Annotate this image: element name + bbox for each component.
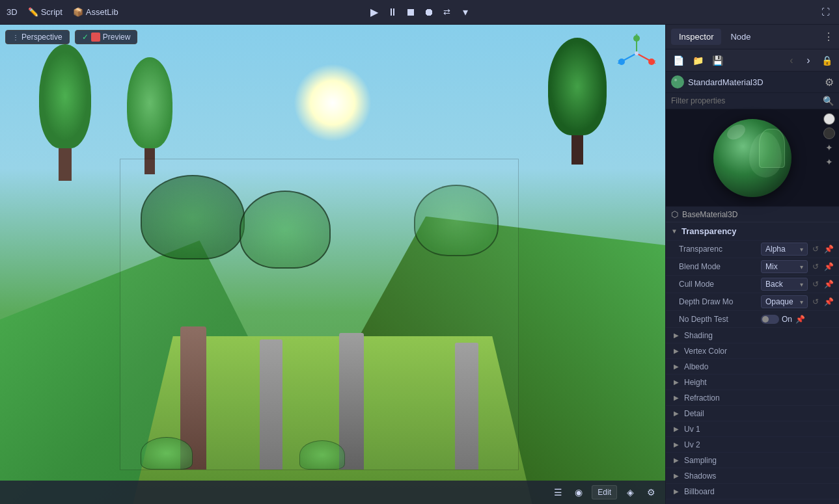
- fullscreen-button[interactable]: ⛶: [818, 5, 832, 20]
- blend-pin[interactable]: 📌: [823, 261, 834, 272]
- preview-label: Preview: [103, 33, 131, 42]
- section-uv1[interactable]: ▶ Uv 1: [666, 421, 839, 436]
- vertex-color-arrow: ▶: [674, 347, 681, 354]
- section-uv2[interactable]: ▶ Uv 2: [666, 436, 839, 452]
- preview-button[interactable]: ✓ Preview: [75, 30, 138, 44]
- billboard-arrow: ▶: [674, 488, 681, 495]
- assetlib-label: AssetLib: [86, 7, 118, 17]
- section-refraction[interactable]: ▶ Refraction: [666, 390, 839, 405]
- blend-reset[interactable]: ↺: [810, 261, 821, 272]
- base-material-row: ⬡ BaseMaterial3D: [666, 207, 839, 222]
- perspective-button[interactable]: ⋮ Perspective: [5, 30, 70, 44]
- tab-node[interactable]: Node: [722, 29, 758, 45]
- new-file-button[interactable]: 📄: [670, 52, 687, 69]
- viewport-icon-btn-4[interactable]: ⚙: [643, 484, 659, 500]
- sun: [294, 64, 372, 142]
- section-detail[interactable]: ▶ Detail: [666, 405, 839, 421]
- preview-lighting-icon[interactable]: ✦: [823, 142, 835, 153]
- viewport-edit-button[interactable]: Edit: [592, 485, 617, 499]
- save-button[interactable]: 💾: [709, 52, 726, 69]
- detail-label: Detail: [684, 409, 704, 418]
- sync-button[interactable]: ⇄: [440, 5, 454, 20]
- transparency-section-title: Transparency: [681, 226, 737, 236]
- base-material-icon: ⬡: [671, 209, 678, 219]
- svg-point-9: [635, 51, 639, 55]
- cull-dropdown[interactable]: Back ▾: [761, 278, 808, 291]
- sketch-foliage-1: [141, 175, 245, 259]
- sphere-highlight: [724, 121, 748, 142]
- script-btn[interactable]: ✏️ Script: [28, 7, 62, 17]
- material-sphere-preview: [713, 119, 791, 197]
- cull-pin[interactable]: 📌: [823, 279, 834, 289]
- open-folder-button[interactable]: 📁: [689, 52, 706, 69]
- material-settings-button[interactable]: ⚙: [825, 76, 834, 88]
- pause-button[interactable]: ⏸: [385, 5, 400, 20]
- nodepth-pin[interactable]: 📌: [795, 314, 805, 325]
- depth-arrow: ▾: [800, 298, 803, 306]
- viewport-bottom-bar: ☰ ◉ Edit ◈ ⚙: [0, 481, 665, 504]
- prop-label-cull: Cull Mode: [679, 280, 757, 289]
- section-vertex-color[interactable]: ▶ Vertex Color: [666, 343, 839, 358]
- assetlib-icon: 📦: [73, 7, 83, 17]
- next-button[interactable]: ›: [801, 53, 816, 68]
- viewport-icon-btn-1[interactable]: ☰: [550, 484, 566, 500]
- record-button[interactable]: ⏺: [422, 5, 436, 20]
- section-albedo[interactable]: ▶ Albedo: [666, 358, 839, 374]
- svg-line-6: [622, 53, 637, 61]
- section-shadows[interactable]: ▶ Shadows: [666, 468, 839, 483]
- prop-label-blend: Blend Mode: [679, 262, 757, 271]
- transparenc-pin[interactable]: 📌: [823, 244, 834, 254]
- shadows-label: Shadows: [684, 471, 716, 481]
- logo-label: 3D: [7, 7, 18, 17]
- sketch-foliage-2: [240, 191, 331, 269]
- transparenc-dropdown[interactable]: Alpha ▾: [761, 243, 808, 256]
- inspector-menu-button[interactable]: ⋮: [823, 31, 834, 43]
- tab-inspector[interactable]: Inspector: [671, 29, 721, 45]
- section-height[interactable]: ▶ Height: [666, 374, 839, 390]
- more-button[interactable]: ▾: [458, 5, 473, 20]
- edit-label: Edit: [598, 488, 611, 497]
- uv1-label: Uv 1: [684, 425, 700, 434]
- blend-dropdown[interactable]: Mix ▾: [761, 260, 808, 273]
- lock-button[interactable]: 🔒: [818, 52, 835, 69]
- nodepth-toggle[interactable]: [761, 315, 779, 324]
- play-button[interactable]: ▶: [367, 5, 381, 20]
- sampling-label: Sampling: [684, 456, 717, 465]
- transparency-arrow: ▼: [671, 228, 679, 235]
- sketch-panel: [120, 159, 519, 470]
- viewport-icon-btn-2[interactable]: ◉: [571, 484, 586, 500]
- prop-no-depth-test: No Depth Test On 📌: [666, 310, 839, 327]
- section-billboard[interactable]: ▶ Billboard: [666, 483, 839, 499]
- svg-point-11: [674, 79, 677, 81]
- cull-arrow: ▾: [800, 281, 803, 288]
- preview-bg-white[interactable]: [823, 113, 835, 125]
- assetlib-btn[interactable]: 📦 AssetLib: [73, 7, 118, 17]
- depth-pin[interactable]: 📌: [823, 297, 834, 307]
- cull-reset[interactable]: ↺: [810, 279, 821, 289]
- bg-tree-2: [117, 57, 182, 174]
- preview-env-icon[interactable]: ✦: [823, 156, 835, 168]
- material-icon: [671, 75, 684, 88]
- depth-value: Opaque: [765, 297, 793, 306]
- stop-button[interactable]: ⏹: [404, 5, 418, 20]
- transparenc-reset[interactable]: ↺: [810, 244, 821, 254]
- preview-area: ✦ ✦: [666, 109, 839, 207]
- section-sampling[interactable]: ▶ Sampling: [666, 452, 839, 468]
- section-grow[interactable]: ▶ Grow: [666, 499, 839, 504]
- bg-tree-1: [26, 44, 104, 174]
- preview-bg-dark[interactable]: [823, 127, 835, 139]
- prev-button[interactable]: ‹: [784, 53, 799, 68]
- inspector-toolbar: 📄 📁 💾 ‹ › 🔒: [666, 49, 839, 72]
- logo-3d[interactable]: 3D: [7, 7, 18, 17]
- sphere-tree-detail: [759, 129, 785, 168]
- depth-reset[interactable]: ↺: [810, 297, 821, 307]
- filter-input[interactable]: [671, 96, 820, 105]
- prop-depth-draw: Depth Draw Mo Opaque ▾ ↺ 📌: [666, 293, 839, 310]
- transparency-section-header[interactable]: ▼ Transparency: [666, 222, 839, 240]
- section-shading[interactable]: ▶ Shading: [666, 327, 839, 343]
- viewport-icon-btn-3[interactable]: ◈: [622, 484, 638, 500]
- svg-point-10: [673, 77, 682, 86]
- billboard-label: Billboard: [684, 487, 715, 496]
- shading-label: Shading: [684, 331, 713, 340]
- depth-dropdown[interactable]: Opaque ▾: [761, 295, 808, 308]
